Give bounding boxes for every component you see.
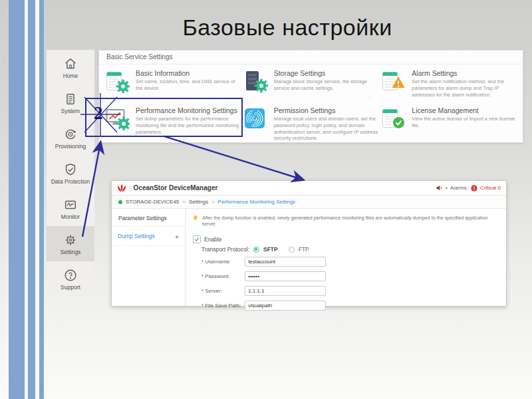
- sidebar-item-home[interactable]: Home: [47, 50, 94, 85]
- sidebar-item-data-protection[interactable]: Data Protection: [47, 156, 94, 191]
- tile-title: Storage Settings: [274, 69, 378, 77]
- panel-header: Basic Service Settings: [99, 51, 523, 65]
- tip-text: After the dump function is enabled, newl…: [202, 215, 499, 227]
- tile-permission-settings[interactable]: Permission Settings Manage local users a…: [244, 106, 378, 141]
- file-save-path-label: File Save Path:: [205, 303, 245, 309]
- tile-title: Alarm Settings: [412, 69, 516, 77]
- shield-check-icon: [63, 162, 78, 177]
- decorative-bar: [9, 0, 25, 399]
- breadcrumb-settings[interactable]: Settings: [189, 199, 208, 205]
- radio-ftp-label: FTP: [299, 246, 309, 253]
- file-save-path-input[interactable]: [245, 301, 326, 311]
- transport-protocol-row: Transport Protocol: SFTP FTP: [201, 246, 499, 253]
- sidebar-item-label: Monitor: [61, 213, 80, 220]
- enable-checkbox[interactable]: [193, 235, 201, 243]
- breadcrumb-separator: >: [182, 199, 186, 205]
- tile-desc: Set dump parameters for the performance …: [136, 116, 240, 135]
- password-label: Password:: [205, 273, 245, 279]
- tile-alarm-settings[interactable]: Alarm Settings Set the alarm notificatio…: [382, 69, 516, 104]
- license-management-icon: [382, 108, 406, 130]
- dump-settings-content: After the dump function is enabled, newl…: [186, 209, 506, 306]
- tile-license-management[interactable]: License Management View the active licen…: [382, 106, 516, 141]
- sidebar-item-label: Settings: [61, 249, 81, 255]
- gear-icon: [63, 233, 78, 247]
- radio-sftp-label: SFTP: [263, 246, 278, 253]
- nav-item-dump-settings[interactable]: Dump Settings ▶: [112, 227, 185, 246]
- breadcrumb-separator: >: [211, 199, 215, 205]
- enable-label: Enable: [204, 236, 221, 243]
- slide-title: Базовые настройки: [47, 15, 528, 41]
- nav-item-label: Dump Settings: [118, 233, 155, 239]
- performance-monitoring-icon: [106, 108, 130, 130]
- sidebar-item-support[interactable]: Support: [47, 261, 94, 297]
- radio-ftp[interactable]: [289, 247, 295, 253]
- critical-count[interactable]: Critical 0: [480, 185, 501, 191]
- sidebar-item-system[interactable]: System: [47, 85, 94, 120]
- basic-service-settings-panel: Basic Service Settings Basic Information…: [98, 50, 523, 143]
- file-save-path-row: * File Save Path:: [201, 301, 499, 311]
- home-icon: [63, 57, 78, 71]
- system-icon: [63, 92, 78, 106]
- sidebar-item-settings[interactable]: Settings: [47, 226, 94, 261]
- server-input[interactable]: [245, 286, 326, 296]
- tile-title: License Management: [412, 106, 516, 114]
- lightbulb-icon: [192, 215, 199, 221]
- checkmark-icon: [194, 237, 200, 242]
- tile-performance-monitoring-settings[interactable]: Performance Monitoring Settings Set dump…: [106, 106, 240, 141]
- required-marker: *: [201, 259, 203, 265]
- sidebar-item-label: Data Protection: [51, 178, 90, 185]
- parameter-settings-nav: Parameter Settings Dump Settings ▶: [112, 209, 186, 306]
- chevron-down-icon[interactable]: ▾: [446, 186, 448, 190]
- breadcrumb-device[interactable]: STORAGE-DEVICE45: [126, 199, 179, 205]
- server-label: Server:: [205, 288, 245, 294]
- provisioning-icon: [63, 127, 78, 142]
- enable-row: Enable: [193, 235, 499, 243]
- alarm-settings-icon: [382, 70, 406, 93]
- password-input[interactable]: [245, 271, 326, 281]
- monitor-pulse-icon: [63, 198, 78, 212]
- sidebar-item-provisioning[interactable]: Provisioning: [47, 120, 94, 156]
- tile-storage-settings[interactable]: Storage Settings Manage block storage se…: [244, 69, 378, 104]
- question-icon: [63, 268, 78, 283]
- sidebar-item-label: System: [61, 108, 80, 114]
- tile-basic-information[interactable]: Basic Information Set name, location, ti…: [106, 69, 240, 104]
- sidebar-item-monitor[interactable]: Monitor: [47, 191, 94, 226]
- chevron-right-icon: ▶: [176, 234, 179, 239]
- huawei-logo-icon: [117, 184, 126, 193]
- sidebar-item-label: Provisioning: [55, 143, 86, 150]
- username-row: * Username:: [201, 257, 499, 267]
- tile-desc: Manage block storage service, file stora…: [274, 78, 378, 92]
- tile-desc: Manage local users and domain users, set…: [274, 116, 378, 142]
- username-input[interactable]: [245, 257, 326, 267]
- tile-desc: View the active license or import a new …: [412, 116, 516, 129]
- brand-separator: |: [129, 184, 131, 192]
- tile-desc: Set the alarm notification method, and t…: [412, 78, 516, 98]
- radio-sftp[interactable]: [253, 247, 259, 253]
- devicemanager-titlebar: | OceanStor DeviceManager ▾ Alarms: Crit…: [112, 181, 506, 196]
- sidebar-item-label: Support: [61, 284, 80, 291]
- required-marker: *: [201, 303, 203, 309]
- server-row: * Server:: [201, 286, 499, 296]
- critical-alarm-icon[interactable]: [471, 185, 477, 192]
- basic-information-icon: [106, 70, 130, 93]
- decorative-bar: [39, 0, 44, 399]
- tile-title: Basic Information: [136, 69, 240, 77]
- tile-title: Permission Settings: [274, 106, 378, 114]
- tip-row: After the dump function is enabled, newl…: [192, 215, 499, 227]
- decorative-bar: [28, 0, 35, 399]
- app-title: OceanStor DeviceManager: [134, 184, 218, 192]
- alarms-label: Alarms:: [450, 185, 468, 191]
- settings-tiles-grid: Basic Information Set name, location, ti…: [99, 65, 523, 146]
- username-label: Username:: [205, 259, 245, 265]
- permission-settings-icon: [244, 108, 268, 130]
- storage-settings-icon: [244, 70, 268, 93]
- tile-desc: Set name, location, time, and DNS servic…: [136, 78, 240, 92]
- required-marker: *: [201, 288, 203, 294]
- sidebar-item-label: Home: [63, 72, 78, 79]
- required-marker: *: [201, 273, 203, 279]
- speaker-icon[interactable]: [436, 184, 443, 192]
- transport-protocol-label: Transport Protocol:: [201, 246, 249, 253]
- tile-title: Performance Monitoring Settings: [136, 106, 240, 114]
- app-sidebar: Home System Provisioning Data Protection…: [47, 50, 94, 297]
- breadcrumb-current[interactable]: Performance Monitoring Settings: [218, 199, 296, 205]
